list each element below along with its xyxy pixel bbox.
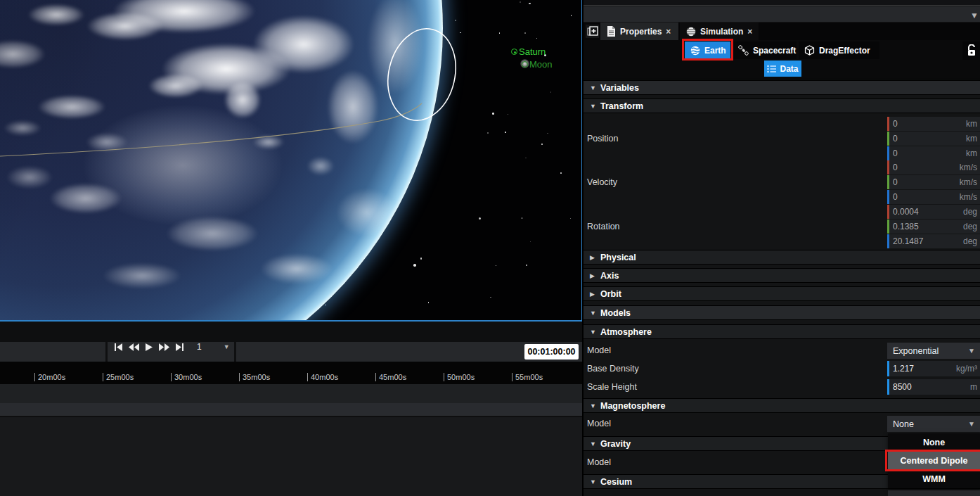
field-label-position: Position — [587, 117, 618, 160]
play-button[interactable] — [146, 343, 153, 351]
add-view-button[interactable] — [586, 25, 599, 38]
fast-forward-button[interactable] — [159, 343, 169, 351]
timeline-header-strip — [0, 322, 582, 342]
field-value[interactable]: 0 — [889, 148, 966, 158]
section-header-transform[interactable]: ▼ Transform — [584, 98, 980, 113]
ruler-tick: 20m00s — [34, 373, 65, 381]
field-value[interactable]: 0 — [889, 119, 966, 129]
clipped-field-strip — [888, 490, 980, 496]
dropdown-value: None — [893, 419, 914, 429]
tab-close-icon[interactable]: × — [747, 27, 752, 37]
entity-button-label: Spacecraft — [753, 46, 796, 56]
scale-height-field[interactable]: 8500m — [887, 379, 980, 395]
velocity-z-field[interactable]: 0km/s — [887, 190, 980, 204]
section-header-atmosphere[interactable]: ▼ Atmosphere — [584, 324, 980, 339]
field-unit: km — [966, 119, 980, 129]
field-value[interactable]: 0 — [889, 192, 960, 202]
base-density-field[interactable]: 1.217kg/m³ — [887, 361, 980, 376]
playback-speed-value[interactable]: 1 — [197, 342, 202, 352]
rotation-y-field[interactable]: 0.1385deg — [887, 220, 980, 234]
document-icon — [607, 26, 616, 37]
magnetosphere-model-dropdown[interactable]: None ▼ — [887, 416, 980, 432]
field-label-magnetosphere-model: Model — [587, 415, 611, 432]
rotation-z-field[interactable]: 20.1487deg — [887, 234, 980, 248]
collapse-caret-icon: ▼ — [590, 103, 597, 110]
entity-button-spacecraft[interactable]: Spacecraft — [733, 42, 797, 59]
field-unit: km — [966, 148, 980, 158]
entity-button-drageffector[interactable]: DragEffector — [799, 42, 879, 59]
atmosphere-model-dropdown[interactable]: Exponential ▼ — [887, 343, 980, 359]
timeline-track-row[interactable] — [0, 403, 582, 416]
dropdown-option-none[interactable]: None — [888, 433, 980, 452]
dropdown-caret-icon: ▼ — [968, 420, 975, 428]
ruler-tick: 40m00s — [307, 373, 338, 381]
list-icon — [767, 65, 776, 73]
section-header-label: Magnetosphere — [600, 401, 665, 411]
velocity-y-field[interactable]: 0km/s — [887, 175, 980, 189]
saturn-label: Saturn — [519, 46, 546, 57]
transport-controls: 1 ▼ — [108, 342, 234, 362]
ruler-tick: 25m00s — [103, 373, 134, 381]
field-value[interactable]: 8500 — [889, 382, 970, 392]
speed-dropdown-caret-icon[interactable]: ▼ — [224, 343, 230, 350]
dropdown-value: Exponential — [893, 346, 939, 356]
field-label-velocity: Velocity — [587, 160, 617, 204]
moon-marker-icon — [522, 61, 528, 68]
tab-simulation[interactable]: Simulation × — [680, 23, 759, 40]
collapse-caret-icon: ▼ — [590, 478, 597, 485]
section-header-physical[interactable]: ▶ Physical — [584, 250, 980, 265]
position-z-field[interactable]: 0km — [887, 146, 980, 160]
ruler-tick: 35m00s — [239, 373, 270, 381]
globe-icon — [686, 27, 696, 37]
collapse-caret-icon: ▼ — [590, 310, 597, 317]
field-value[interactable]: 20.1487 — [889, 236, 963, 246]
data-button[interactable]: Data — [764, 61, 801, 77]
entity-selector-row: Earth Spacecraft DragEffector — [584, 40, 980, 60]
ruler-tick: 55m00s — [512, 373, 543, 381]
field-value[interactable]: 0.1385 — [889, 222, 963, 231]
panel-top-strip — [584, 0, 980, 6]
section-header-magnetosphere[interactable]: ▼ Magnetosphere — [584, 398, 980, 413]
rotation-x-field[interactable]: 0.0004deg — [887, 205, 980, 219]
entity-button-earth[interactable]: Earth — [685, 42, 730, 59]
field-value[interactable]: 1.217 — [889, 364, 956, 374]
timeline-ruler[interactable]: 20m00s 25m00s 30m00s 35m00s 40m00s 45m00… — [0, 362, 582, 384]
add-view-icon — [587, 25, 598, 37]
toolbar-dropdown-caret-icon[interactable]: ▼ — [970, 11, 979, 20]
field-label-atmosphere-model: Model — [587, 342, 611, 359]
timeline-track-row[interactable] — [0, 384, 582, 403]
section-header-label: Orbit — [600, 289, 621, 299]
collapse-caret-icon: ▼ — [590, 84, 597, 91]
rewind-button[interactable] — [129, 343, 139, 351]
tab-close-icon[interactable]: × — [666, 27, 671, 37]
field-value[interactable]: 0 — [889, 163, 960, 172]
dropdown-option-centered-dipole[interactable]: Centered Dipole — [888, 452, 980, 470]
section-header-label: Physical — [600, 253, 636, 262]
lock-button[interactable] — [962, 42, 980, 60]
field-value[interactable]: 0 — [889, 134, 966, 144]
section-header-models[interactable]: ▼ Models — [584, 305, 980, 320]
section-header-orbit[interactable]: ▶ Orbit — [584, 286, 980, 301]
section-header-label: Axis — [600, 271, 619, 281]
skip-to-start-button[interactable] — [115, 343, 122, 351]
tab-label: Simulation — [700, 27, 743, 37]
section-header-variables[interactable]: ▼ Variables — [584, 80, 980, 95]
dropdown-option-wmm[interactable]: WMM — [888, 470, 980, 488]
field-unit: deg — [963, 222, 980, 231]
tab-properties[interactable]: Properties × — [600, 23, 678, 40]
field-value[interactable]: 0.0004 — [889, 207, 963, 217]
position-x-field[interactable]: 0km — [887, 117, 980, 131]
section-header-label: Models — [600, 308, 631, 318]
field-unit: deg — [963, 207, 980, 217]
field-unit: km/s — [960, 192, 980, 202]
field-unit: km/s — [960, 163, 980, 172]
section-header-axis[interactable]: ▶ Axis — [584, 268, 980, 283]
velocity-x-field[interactable]: 0km/s — [887, 160, 980, 174]
viewport-3d[interactable]: Saturn Moon — [0, 0, 582, 322]
position-y-field[interactable]: 0km — [887, 132, 980, 146]
skip-to-end-button[interactable] — [176, 343, 183, 351]
saturn-marker-icon — [511, 49, 517, 55]
field-value[interactable]: 0 — [889, 177, 960, 187]
unlocked-padlock-icon — [966, 44, 977, 57]
earth-icon — [690, 46, 700, 56]
